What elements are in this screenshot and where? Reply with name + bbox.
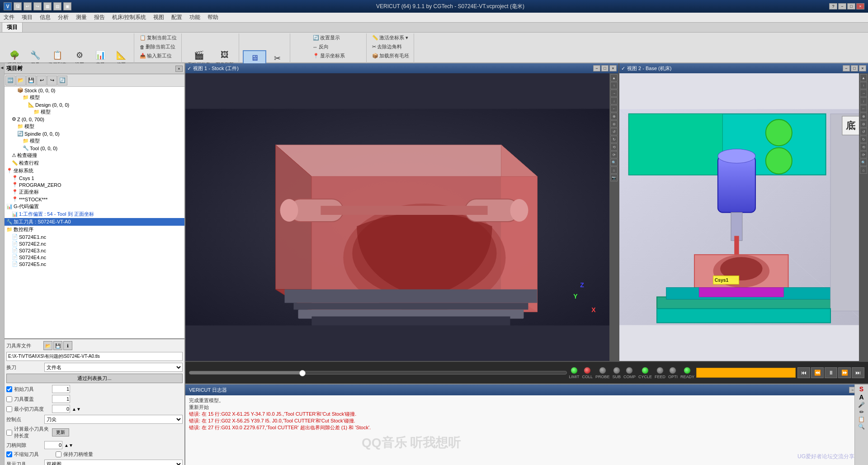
quick-redo-btn[interactable]: ↪ <box>33 2 42 10</box>
tree-item-18[interactable]: 🔧加工刀具 : S0724E-VT-A0 <box>5 218 184 226</box>
tool-lib-folder-btn[interactable]: 📂 <box>43 341 52 350</box>
tree-item-14[interactable]: 📍正面坐标 <box>5 188 184 196</box>
close-btn[interactable]: × <box>856 3 864 9</box>
tree-item-23[interactable]: 📄S0724E4.nc <box>5 254 184 261</box>
app-icon[interactable]: V <box>4 2 12 10</box>
tool-controlpt-select[interactable]: 刀尖 <box>44 415 183 424</box>
log-btn-copy[interactable]: 📋 <box>858 416 865 422</box>
tool-lib-save-btn[interactable]: 💾 <box>53 341 62 350</box>
ribbon-btn-load-stock[interactable]: 📦 加载所有毛坯 <box>370 52 411 60</box>
ribbon-btn-active-coord[interactable]: 📏 激活坐标系 ▾ <box>370 33 410 42</box>
view1-tb-btn12[interactable]: 🔍 <box>610 159 618 166</box>
tree-item-17[interactable]: 📊1:工作偏置 : 54 - Tool 到 正面坐标 <box>5 210 184 218</box>
view2-close-btn[interactable]: × <box>859 65 866 71</box>
menu-view[interactable]: 视图 <box>150 13 168 22</box>
tool-minheight-input[interactable] <box>52 405 70 413</box>
tool-minheight-checkbox[interactable] <box>6 406 12 412</box>
tab-project[interactable]: 项目 <box>2 22 23 32</box>
tree-tb-redo[interactable]: ↪ <box>47 76 57 85</box>
tree-item-11[interactable]: 📍坐标系统 <box>5 167 184 175</box>
ribbon-btn-import-station[interactable]: 📥 输入新工位 <box>138 52 174 60</box>
log-btn-save[interactable]: S <box>859 385 863 393</box>
menu-file[interactable]: 文件 <box>0 13 18 22</box>
minimize-btn[interactable]: − <box>838 3 846 9</box>
log-btn-edit[interactable]: ✏ <box>859 409 864 415</box>
view1-tb-btn14[interactable]: 📷 <box>610 174 618 181</box>
view2-tb-btn1[interactable]: ▲ <box>860 74 867 81</box>
tree-tb-new[interactable]: 🆕 <box>5 76 15 85</box>
view2-tb-btn3[interactable]: → <box>860 90 867 97</box>
view1-3d-scene[interactable]: X Y Z ▲ ↑ → ↓ ← ⊕ ⊖ ↺ ↻ <box>185 73 618 361</box>
menu-project[interactable]: 项目 <box>18 13 36 22</box>
left-sidebar[interactable]: ◄ <box>0 63 5 465</box>
view1-tb-btn13[interactable]: ⌂ <box>610 166 618 174</box>
tree-tb-undo[interactable]: ↩ <box>37 76 47 85</box>
view2-min-btn[interactable]: − <box>843 65 850 71</box>
tree-item-6[interactable]: 🔄Spindle (0, 0, 0) <box>5 130 184 137</box>
menu-report[interactable]: 报告 <box>90 13 108 22</box>
sim-handle[interactable] <box>299 370 306 376</box>
quick-btn2[interactable]: ▤ <box>53 2 61 10</box>
ribbon-btn-delete-station[interactable]: 🗑 删除当前工位 <box>138 43 177 51</box>
menu-info[interactable]: 信息 <box>36 13 54 22</box>
log-btn-search[interactable]: 🔍 <box>858 423 865 430</box>
tool-change-by-list-btn[interactable]: 通过列表换刀... <box>6 374 183 383</box>
log-btn-font[interactable]: A <box>859 394 863 401</box>
tool-initial-input[interactable] <box>52 385 70 393</box>
maximize-btn[interactable]: □ <box>847 3 855 9</box>
tree-item-16[interactable]: 📊G-代码偏置 <box>5 203 184 210</box>
quick-save-btn[interactable]: 🖫 <box>14 2 22 10</box>
tool-cover-input[interactable] <box>52 395 70 403</box>
view1-tb-btn9[interactable]: ↻ <box>610 136 618 143</box>
tool-clearance-input[interactable] <box>44 441 62 449</box>
view1-tb-btn10[interactable]: ⟲ <box>610 143 618 151</box>
tree-item-2[interactable]: 📐Design (0, 0, 0) <box>5 101 184 108</box>
view2-tb-btn13[interactable]: ⌂ <box>860 166 867 174</box>
view2-tb-btn12[interactable]: 🔍 <box>860 159 867 166</box>
tool-change-select[interactable]: 文件名 <box>44 363 183 372</box>
tree-item-1[interactable]: 📁模型 <box>5 94 184 101</box>
tool-cover-checkbox[interactable] <box>6 396 12 402</box>
tree-item-5[interactable]: 📁模型 <box>5 123 184 130</box>
tree-item-0[interactable]: 📦Stock (0, 0, 0) <box>5 87 184 94</box>
menu-help[interactable]: 帮助 <box>204 13 222 22</box>
tree-item-7[interactable]: 📁模型 <box>5 137 184 145</box>
view2-max-btn[interactable]: □ <box>851 65 858 71</box>
tree-item-3[interactable]: 📁模型 <box>5 108 184 116</box>
view1-min-btn[interactable]: − <box>593 65 600 71</box>
view2-tb-btn6[interactable]: ⊕ <box>860 113 867 120</box>
ribbon-btn-reset-display[interactable]: 🔄 改置显示 <box>311 33 342 42</box>
view2-tb-btn8[interactable]: ↺ <box>860 128 867 135</box>
log-btn-audio[interactable]: 🎤 <box>858 402 865 408</box>
ribbon-btn-remove-corner[interactable]: ✂ 去除边角料 <box>370 43 404 51</box>
view2-tb-btn5[interactable]: ← <box>860 105 867 112</box>
tool-showtool-select[interactable]: 双视图 <box>44 460 183 465</box>
tree-item-9[interactable]: ⚠检查碰撞 <box>5 152 184 159</box>
view2-tb-btn11[interactable]: ⟳ <box>860 151 867 158</box>
view1-tb-btn3[interactable]: → <box>610 90 618 97</box>
tree-item-10[interactable]: 📏检查行程 <box>5 159 184 167</box>
tree-item-24[interactable]: 📄S0724E5.nc <box>5 261 184 267</box>
view2-tb-btn9[interactable]: ↻ <box>860 136 867 143</box>
tree-item-22[interactable]: 📄S0724E3.nc <box>5 247 184 254</box>
tree-item-8[interactable]: 🔧Tool (0, 0, 0) <box>5 145 184 152</box>
menu-measure[interactable]: 测量 <box>72 13 90 22</box>
tree-item-19[interactable]: 📁数控程序 <box>5 226 184 233</box>
quick-btn1[interactable]: ▦ <box>43 2 52 10</box>
view1-tb-btn2[interactable]: ↑ <box>610 82 618 89</box>
view1-tb-btn4[interactable]: ↓ <box>610 97 618 104</box>
view1-tb-btn6[interactable]: ⊕ <box>610 113 618 120</box>
tree-item-20[interactable]: 📄S0724E1.nc <box>5 233 184 240</box>
view1-max-btn[interactable]: □ <box>601 65 609 71</box>
ribbon-btn-reverse[interactable]: ↔ 反向 <box>311 43 330 51</box>
tree-item-4[interactable]: ⚙Z (0, 0, 700) <box>5 116 184 123</box>
view1-tb-btn7[interactable]: ⊖ <box>610 120 618 128</box>
tree-tb-open[interactable]: 📂 <box>16 76 26 85</box>
tree-content[interactable]: 📦Stock (0, 0, 0)📁模型📐Design (0, 0, 0)📁模型⚙… <box>5 87 184 338</box>
tree-item-21[interactable]: 📄S0724E2.nc <box>5 240 184 247</box>
ribbon-btn-show-coord[interactable]: 📍 显示坐标系 <box>311 52 347 60</box>
view2-tb-btn2[interactable]: ↑ <box>860 82 867 89</box>
view2-tb-btn4[interactable]: ↓ <box>860 97 867 104</box>
sim-track[interactable] <box>189 371 567 375</box>
menu-function[interactable]: 功能 <box>186 13 204 22</box>
